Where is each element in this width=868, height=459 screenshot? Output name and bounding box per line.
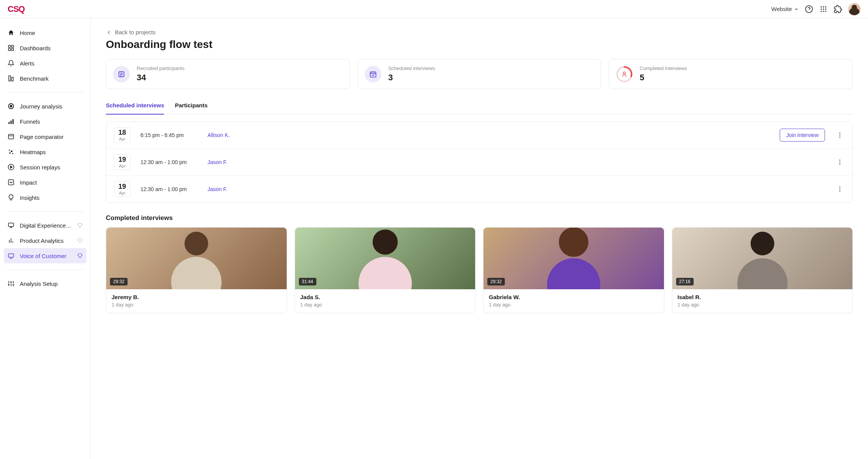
join-interview-button[interactable]: Join interview [780, 129, 825, 142]
bell-icon [8, 60, 14, 67]
sidebar-item-label: Alerts [20, 60, 83, 67]
impact-icon [8, 179, 14, 186]
svg-rect-11 [8, 45, 10, 47]
svg-point-63 [839, 164, 841, 165]
sidebar-item-journey-analysis[interactable]: Journey analysis [4, 99, 86, 114]
chevron-left-icon [106, 29, 112, 35]
sidebar: Home Dashboards Alerts Benchmark Journey… [0, 18, 91, 459]
sidebar-item-dashboards[interactable]: Dashboards [4, 40, 86, 56]
completed-interview-card[interactable]: 27:16 Isabel R. 1 day ago [672, 227, 853, 313]
video-thumbnail: 27:16 [672, 228, 853, 289]
svg-point-73 [750, 231, 774, 255]
extension-icon[interactable] [834, 5, 842, 13]
svg-point-18 [10, 105, 12, 107]
completed-interview-card[interactable]: 31:44 Jada S. 1 day ago [295, 227, 476, 313]
back-label: Back to projects [115, 29, 156, 35]
svg-point-64 [839, 186, 841, 188]
sidebar-item-label: Benchmark [20, 75, 83, 82]
main-content: Back to projects Onboarding flow test Re… [91, 18, 868, 459]
completed-interview-card[interactable]: 29:32 Gabriela W. 1 day ago [483, 227, 664, 313]
interview-row: 18 Apr 6:15 pm - 6:45 pm Allison K. Join… [106, 122, 852, 149]
sidebar-item-page-comparator[interactable]: Page comparator [4, 129, 86, 144]
sidebar-item-voice-of-customer[interactable]: Voice of Customer [4, 248, 86, 263]
sidebar-item-heatmaps[interactable]: Heatmaps [4, 144, 86, 159]
calendar-icon [365, 66, 381, 83]
sidebar-item-label: Funnels [20, 118, 83, 125]
stat-card-recruited: Recruited participants 34 [106, 59, 350, 89]
date-chip: 18 Apr [114, 127, 131, 143]
interview-participant-link[interactable]: Jason F. [207, 159, 227, 165]
sidebar-item-label: Insights [20, 194, 83, 201]
date-month: Apr [114, 191, 130, 195]
person-illustration [483, 228, 664, 289]
date-month: Apr [114, 137, 130, 141]
interview-row: 19 Apr 12:30 am - 1:00 pm Jason F. [106, 176, 852, 202]
stat-value: 34 [137, 73, 185, 83]
analytics-icon [8, 237, 14, 244]
duration-badge: 31:44 [299, 278, 316, 285]
svg-point-26 [9, 152, 11, 154]
svg-point-60 [839, 137, 841, 138]
more-icon[interactable] [835, 130, 845, 140]
sidebar-item-home[interactable]: Home [4, 25, 86, 40]
heatmap-icon [8, 148, 14, 155]
svg-point-6 [823, 8, 824, 10]
stat-value: 3 [388, 73, 435, 83]
sidebar-item-label: Dashboards [20, 45, 83, 51]
sidebar-item-analysis-setup[interactable]: Analysis Setup [4, 276, 86, 291]
sidebar-item-impact[interactable]: Impact [4, 175, 86, 190]
avatar[interactable] [848, 3, 860, 15]
svg-rect-31 [8, 223, 14, 226]
more-icon[interactable] [835, 157, 845, 167]
completed-grid: 29:32 Jeremy B. 1 day ago 31:44 Jada S. … [106, 227, 853, 313]
sidebar-item-funnels[interactable]: Funnels [4, 114, 86, 129]
sidebar-item-label: Page comparator [20, 134, 83, 140]
sidebar-item-alerts[interactable]: Alerts [4, 56, 86, 71]
card-name: Gabriela W. [489, 294, 659, 300]
date-day: 19 [114, 183, 130, 190]
date-month: Apr [114, 164, 130, 168]
tab-scheduled-interviews[interactable]: Scheduled interviews [106, 100, 164, 115]
website-dropdown[interactable]: Website [771, 6, 799, 12]
help-icon[interactable] [805, 5, 813, 13]
card-meta: 1 day ago [112, 302, 281, 308]
card-name: Jada S. [300, 294, 470, 300]
card-meta: 1 day ago [678, 302, 847, 308]
card-meta: 1 day ago [300, 302, 470, 308]
interview-participant-link[interactable]: Allison K. [207, 132, 230, 138]
sidebar-item-label: Voice of Customer [20, 253, 72, 259]
sidebar-item-insights[interactable]: Insights [4, 190, 86, 205]
card-meta: 1 day ago [489, 302, 659, 308]
svg-point-72 [547, 258, 600, 289]
participants-icon [113, 66, 130, 83]
page-title: Onboarding flow test [106, 38, 853, 51]
interview-participant-link[interactable]: Jason F. [207, 186, 227, 192]
date-chip: 19 Apr [114, 154, 131, 170]
stat-card-scheduled: Scheduled interviews 3 [357, 59, 602, 89]
apps-grid-icon[interactable] [819, 5, 828, 13]
stat-label: Scheduled interviews [388, 65, 435, 71]
sidebar-item-dem[interactable]: Digital Experience Monitor... [4, 218, 86, 233]
interview-row: 19 Apr 12:30 am - 1:00 pm Jason F. [106, 149, 852, 176]
sidebar-item-benchmark[interactable]: Benchmark [4, 71, 86, 86]
logo[interactable]: CSQ [8, 4, 25, 14]
interview-time: 12:30 am - 1:00 pm [140, 186, 198, 192]
svg-point-7 [825, 8, 826, 10]
tab-participants[interactable]: Participants [175, 100, 207, 114]
video-thumbnail: 29:32 [106, 228, 287, 289]
progress-ring-icon [616, 66, 633, 83]
more-icon[interactable] [835, 184, 845, 194]
funnel-icon [8, 118, 14, 125]
sidebar-item-label: Session replays [20, 164, 83, 171]
back-to-projects-link[interactable]: Back to projects [106, 29, 853, 35]
svg-point-8 [821, 11, 822, 12]
svg-rect-20 [11, 121, 12, 124]
sidebar-item-product-analytics[interactable]: Product Analytics [4, 233, 86, 248]
sidebar-item-label: Heatmaps [20, 149, 83, 155]
lightbulb-icon [8, 194, 14, 201]
svg-point-5 [821, 8, 822, 10]
sidebar-item-session-replays[interactable]: Session replays [4, 159, 86, 175]
completed-interview-card[interactable]: 29:32 Jeremy B. 1 day ago [106, 227, 287, 313]
svg-point-4 [825, 6, 826, 7]
person-illustration [295, 228, 475, 289]
